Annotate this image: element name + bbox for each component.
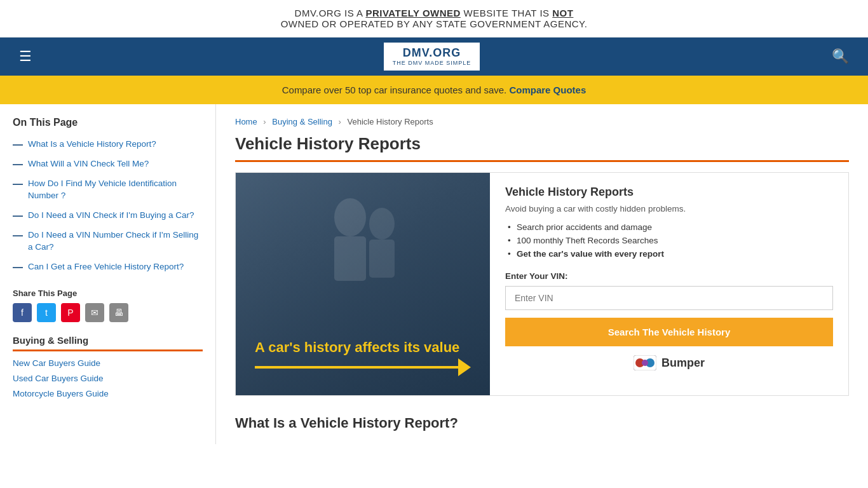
search-vehicle-history-button[interactable]: Search The Vehicle History [505,318,833,346]
vhr-bullets: Search prior accidents and damage 100 mo… [505,222,833,259]
nav-link-free-report[interactable]: Can I Get a Free Vehicle History Report? [28,261,184,273]
breadcrumb-sep1: › [263,117,266,126]
vhr-card: A car's history affects its value Vehicl… [235,172,849,396]
dash-icon: — [13,159,23,170]
on-this-page-title: On This Page [13,117,203,128]
vhr-image-text: A car's history affects its value [255,339,471,357]
breadcrumb: Home › Buying & Selling › Vehicle Histor… [235,117,849,126]
share-title: Share This Page [13,288,203,298]
list-item-used-car[interactable]: Used Car Buyers Guide [13,373,203,383]
dash-icon: — [13,262,23,273]
vhr-bullet-2: 100 monthly Theft Records Searches [505,236,833,245]
nav-item-free-report[interactable]: — Can I Get a Free Vehicle History Repor… [13,261,203,273]
dash-icon: — [13,179,23,190]
dash-icon: — [13,210,23,222]
bumper-logo-icon [634,355,656,370]
svg-rect-3 [369,240,395,278]
nav-link-need-vin-selling[interactable]: Do I Need a VIN Number Check if I'm Sell… [28,229,203,254]
nav-link-need-vin-buying[interactable]: Do I Need a VIN Check if I'm Buying a Ca… [28,210,194,222]
nav-link-vin-check[interactable]: What Will a VIN Check Tell Me? [28,158,149,170]
motorcycle-buyers-guide-link[interactable]: Motorcycle Buyers Guide [13,389,109,398]
bumper-logo: Bumper [505,355,833,370]
top-banner-text: DMV.ORG IS A PRIVATELY OWNED WEBSITE THA… [295,8,574,18]
vhr-bullet-3: Get the car's value with every report [505,249,833,259]
nav-item-find-vin[interactable]: — How Do I Find My Vehicle Identificatio… [13,178,203,202]
svg-rect-1 [334,236,366,281]
hamburger-menu-button[interactable]: ☰ [19,48,32,65]
dash-icon: — [13,230,23,241]
breadcrumb-current: Vehicle History Reports [348,117,433,126]
nav-item-need-vin-buying[interactable]: — Do I Need a VIN Check if I'm Buying a … [13,210,203,222]
svg-point-2 [369,208,395,240]
search-icon[interactable]: 🔍 [832,48,849,65]
vhr-arrow-line [255,366,458,369]
nav-item-what-is[interactable]: — What Is a Vehicle History Report? [13,139,203,151]
vin-label: Enter Your VIN: [505,271,833,281]
print-share-button[interactable]: 🖶 [109,303,128,322]
new-car-buyers-guide-link[interactable]: New Car Buyers Guide [13,358,100,368]
nav-item-need-vin-selling[interactable]: — Do I Need a VIN Number Check if I'm Se… [13,229,203,254]
nav-link-find-vin[interactable]: How Do I Find My Vehicle Identification … [28,178,203,202]
vhr-info-side: Vehicle History Reports Avoid buying a c… [490,173,848,395]
vhr-arrow [255,358,471,376]
on-this-page-list: — What Is a Vehicle History Report? — Wh… [13,139,203,273]
vin-input[interactable] [505,286,833,310]
email-share-button[interactable]: ✉ [85,303,104,322]
main-layout: On This Page — What Is a Vehicle History… [0,104,868,444]
breadcrumb-home[interactable]: Home [235,117,257,126]
compare-quotes-link[interactable]: Compare Quotes [509,85,586,95]
facebook-share-button[interactable]: f [13,303,32,322]
site-logo[interactable]: DMV.ORG THE DMV MADE SIMPLE [383,41,482,72]
pinterest-share-button[interactable]: P [61,303,80,322]
vhr-image-side: A car's history affects its value [236,173,490,395]
promo-banner: Compare over 50 top car insurance quotes… [0,76,868,104]
image-silhouette [299,186,426,313]
vhr-bullet-1: Search prior accidents and damage [505,222,833,232]
content-area: Home › Buying & Selling › Vehicle Histor… [216,104,868,444]
list-item-new-car[interactable]: New Car Buyers Guide [13,358,203,368]
used-car-buyers-guide-link[interactable]: Used Car Buyers Guide [13,374,104,383]
share-icons: f t P ✉ 🖶 [13,303,203,322]
bumper-text: Bumper [661,356,705,370]
nav-link-what-is[interactable]: What Is a Vehicle History Report? [28,139,156,151]
vhr-arrow-head [458,358,471,376]
list-item-motorcycle[interactable]: Motorcycle Buyers Guide [13,388,203,398]
breadcrumb-buying-selling[interactable]: Buying & Selling [272,117,332,126]
svg-point-0 [334,198,366,236]
navbar: ☰ DMV.ORG THE DMV MADE SIMPLE 🔍 [0,37,868,76]
twitter-share-button[interactable]: t [37,303,56,322]
vhr-info-subtitle: Avoid buying a car with costly hidden pr… [505,204,833,214]
what-is-section-heading: What Is a Vehicle History Report? [235,415,849,431]
svg-point-7 [642,360,648,366]
buying-selling-title: Buying & Selling [13,335,203,351]
nav-item-vin-check[interactable]: — What Will a VIN Check Tell Me? [13,158,203,170]
vhr-image-background: A car's history affects its value [236,173,490,395]
sidebar: On This Page — What Is a Vehicle History… [0,104,216,444]
breadcrumb-sep2: › [339,117,341,126]
buying-selling-list: New Car Buyers Guide Used Car Buyers Gui… [13,358,203,398]
top-banner: DMV.ORG IS A PRIVATELY OWNED WEBSITE THA… [0,0,868,37]
dash-icon: — [13,139,23,151]
page-title: Vehicle History Reports [235,134,849,162]
share-section: Share This Page f t P ✉ 🖶 [13,288,203,322]
vhr-info-title: Vehicle History Reports [505,186,833,199]
